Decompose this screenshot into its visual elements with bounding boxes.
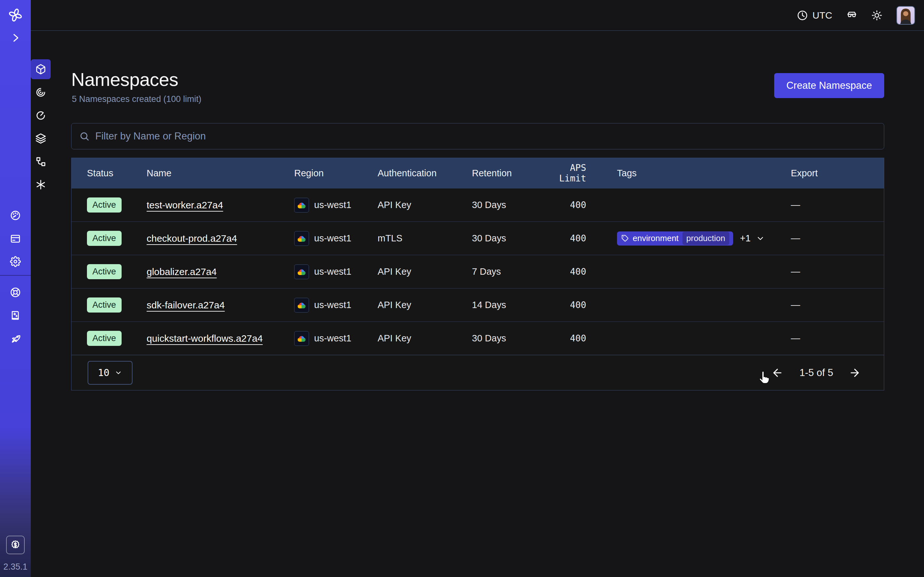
table-row[interactable]: Active quickstart-workflows.a27a4 us-wes…: [71, 322, 884, 355]
tag-icon: [622, 235, 629, 242]
namespaces-table: StatusNameRegionAuthenticationRetentionA…: [71, 158, 884, 390]
sidebar-item-timer[interactable]: [31, 105, 51, 125]
column-header-authentication: Authentication: [378, 168, 472, 179]
sidebar-item-billing-card[interactable]: [5, 229, 25, 248]
page-title: Namespaces: [71, 69, 178, 90]
row-menu-button[interactable]: [863, 264, 876, 279]
sidebar-item-layers[interactable]: [31, 129, 51, 148]
sidebar-item-asterisk[interactable]: [31, 175, 51, 195]
sidebar: 2.35.1: [0, 0, 31, 577]
search-icon: [79, 131, 89, 141]
clock-icon: [797, 10, 808, 21]
sidebar-item-gear[interactable]: [5, 251, 25, 271]
sidebar-item-branch[interactable]: [31, 152, 51, 171]
tags-more-count: +1: [740, 233, 751, 243]
column-header-status: Status: [71, 168, 147, 179]
table-row[interactable]: Active globalizer.a27a4 us-west1 API Key…: [71, 255, 884, 288]
row-menu-button[interactable]: [863, 331, 876, 346]
sidebar-divider: [0, 275, 31, 276]
page-size-value: 10: [98, 367, 110, 378]
gauge-icon: [10, 210, 21, 221]
export-value: —: [791, 333, 855, 343]
pagination-range: 1-5 of 5: [800, 367, 833, 379]
next-page-button[interactable]: [849, 366, 861, 379]
page-size-select[interactable]: 10: [87, 361, 132, 385]
timezone-button[interactable]: UTC: [797, 10, 832, 21]
aps-limit-value: 400: [546, 233, 604, 243]
glasses-icon: [846, 10, 857, 21]
pagination-controls: 1-5 of 5: [771, 366, 861, 379]
retention-value: 14 Days: [472, 300, 546, 310]
aps-limit-value: 400: [546, 200, 604, 210]
region-value: us-west1: [314, 300, 351, 310]
status-badge: Active: [87, 264, 121, 279]
main-area: UTC Namespaces 5 Namespaces created (100…: [31, 0, 924, 577]
status-badge: Active: [87, 197, 121, 213]
row-menu-button[interactable]: [863, 197, 876, 213]
rocket-icon: [10, 333, 21, 344]
sidebar-expand-button[interactable]: [10, 32, 21, 44]
billing-card-icon: [10, 233, 21, 244]
tags-expand-chevron-icon[interactable]: [756, 234, 765, 243]
sidebar-nav-account: [5, 205, 25, 275]
row-menu-button[interactable]: [863, 231, 876, 246]
gcp-region-icon: [294, 264, 309, 279]
column-header-retention: Retention: [472, 168, 546, 179]
table-row[interactable]: Active test-worker.a27a4 us-west1 API Ke…: [71, 188, 884, 221]
chevron-down-icon: [115, 369, 122, 377]
sidebar-item-book[interactable]: [5, 306, 25, 326]
table-row[interactable]: Active sdk-failover.a27a4 us-west1 API K…: [71, 288, 884, 322]
export-value: —: [791, 266, 855, 277]
table-body: Active test-worker.a27a4 us-west1 API Ke…: [71, 188, 884, 355]
region-value: us-west1: [314, 200, 351, 210]
tag-badge[interactable]: environmentproduction: [617, 231, 733, 245]
page-content: Namespaces 5 Namespaces created (100 lim…: [71, 31, 884, 577]
authentication-value: API Key: [378, 266, 472, 277]
user-avatar[interactable]: [897, 6, 915, 25]
sidebar-item-rocket[interactable]: [5, 329, 25, 348]
lifebuoy-icon: [10, 287, 21, 298]
status-badge: Active: [87, 298, 121, 313]
retention-value: 30 Days: [472, 200, 546, 210]
theme-toggle-button[interactable]: [871, 10, 882, 21]
column-header-region: Region: [294, 168, 378, 179]
app-version: 2.35.1: [0, 562, 31, 572]
filter-input[interactable]: [95, 131, 876, 142]
sun-icon: [871, 10, 882, 21]
table-row[interactable]: Active checkout-prod.a27a4 us-west1 mTLS…: [71, 221, 884, 255]
namespace-name-link[interactable]: quickstart-workflows.a27a4: [147, 333, 263, 343]
authentication-value: API Key: [378, 200, 472, 210]
sidebar-item-spiral[interactable]: [31, 82, 51, 102]
sidebar-item-gauge[interactable]: [5, 205, 25, 226]
topbar: UTC: [31, 0, 924, 31]
timezone-label: UTC: [813, 10, 832, 21]
sidebar-item-lifebuoy[interactable]: [5, 282, 25, 302]
export-value: —: [791, 233, 855, 243]
aps-limit-value: 400: [546, 333, 604, 343]
sidebar-bottom: 2.35.1: [0, 536, 31, 572]
create-namespace-button[interactable]: Create Namespace: [774, 73, 884, 98]
status-badge: Active: [87, 231, 121, 246]
sidebar-item-cube[interactable]: [31, 59, 51, 79]
row-menu-button[interactable]: [863, 298, 876, 313]
previous-page-button[interactable]: [771, 366, 784, 379]
namespace-name-link[interactable]: test-worker.a27a4: [147, 200, 223, 210]
layers-icon: [35, 133, 46, 144]
region-value: us-west1: [314, 333, 351, 343]
tag-value: production: [682, 232, 729, 245]
namespace-name-link[interactable]: globalizer.a27a4: [147, 266, 217, 277]
cube-icon: [35, 64, 46, 75]
timer-icon: [35, 110, 46, 121]
tag-key: environment: [633, 234, 678, 243]
status-badge: Active: [87, 331, 121, 346]
dollar-badge-button[interactable]: [6, 536, 25, 554]
filter-bar: [71, 123, 884, 149]
labs-glasses-button[interactable]: [846, 10, 857, 21]
namespace-name-link[interactable]: sdk-failover.a27a4: [147, 300, 225, 310]
column-header-tags: Tags: [604, 168, 791, 179]
avatar-image: [897, 7, 914, 24]
retention-value: 7 Days: [472, 266, 546, 277]
aps-limit-value: 400: [546, 300, 604, 310]
gcp-region-icon: [294, 198, 309, 213]
namespace-name-link[interactable]: checkout-prod.a27a4: [147, 233, 237, 243]
